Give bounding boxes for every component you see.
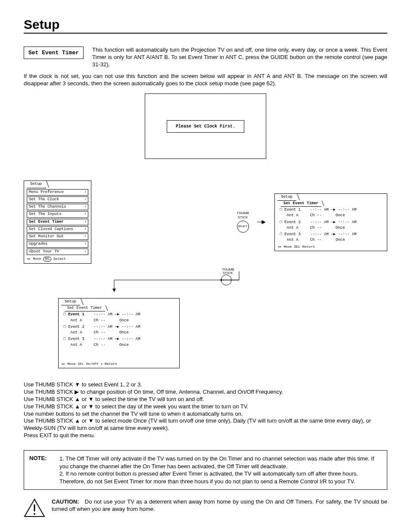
menu-item: About Your TV — [27, 249, 88, 255]
clock-message-text: Please Set Clock First. — [167, 120, 244, 133]
flow-connector: THUMB STICK — [24, 267, 387, 295]
menu-a-title: Setup — [27, 181, 46, 188]
menu-a-footer: ◂▸ Move SEL Select — [27, 257, 88, 261]
event-detail: Ant A Ch -- Once — [277, 226, 384, 230]
event-row: □ Event 2 --:-- AM —▶ --:-- AM — [277, 220, 384, 225]
note-label: NOTE: — [29, 455, 51, 485]
event-detail: Ant A Ch -- Once — [61, 330, 177, 335]
menu-c-footer: ◂▸ Move SEL On/Off ◂ Return — [61, 362, 177, 366]
svg-text:STICK: STICK — [223, 271, 233, 275]
instruction-line: Use THUMB STICK ▲ or ▼ to select the day… — [24, 403, 387, 411]
thumb-stick-right: THUMB STICK SELECT — [237, 211, 249, 233]
instruction-line: Press EXIT to quit the menu. — [24, 432, 387, 439]
note-box: NOTE: 1. The Off Timer will only activat… — [24, 450, 387, 490]
menu-b-footer: ◂▸ Move SEL Return — [277, 245, 384, 249]
page-title: Setup — [24, 17, 387, 34]
menu-item: Upgrades — [27, 241, 88, 247]
menu-b-subtitle: Set Event Timer — [281, 201, 321, 207]
caution-block: CAUTION: Do not use your TV as a deterre… — [24, 498, 387, 519]
event-detail: Ant A Ch -- Once — [277, 213, 384, 218]
menu-item: Set Closed Captions — [27, 226, 88, 233]
menu-item: Menu Preference — [27, 189, 88, 196]
caution-label: CAUTION: — [52, 498, 79, 505]
caution-text: Do not use your TV as a deterrent when a… — [52, 498, 387, 512]
event-row: □ Event 1 --:-- AM —▶ --:-- AM — [61, 312, 177, 317]
section-label-box: Set Event Timer — [24, 47, 84, 59]
warning-triangle-icon — [24, 498, 45, 519]
event-timer-menu-selected: Setup Set Event Timer □ Event 1 --:-- AM… — [58, 298, 180, 368]
event-detail: Ant A Ch -- Once — [61, 343, 177, 348]
event-row: □ Event 2 --:-- AM —▶ --:-- AM — [61, 325, 177, 330]
instruction-line: Use number buttons to set the channel th… — [24, 411, 387, 418]
menu-item: Set The Clock — [27, 196, 88, 203]
instruction-line: Use THUMB STICK ▲ or ▼ to select the tim… — [24, 396, 387, 403]
menu-item: Set Monitor Out — [27, 233, 88, 240]
menu-item: Set The Channels — [27, 204, 88, 210]
svg-marker-3 — [112, 289, 116, 292]
menu-b-title: Setup — [277, 194, 296, 201]
thumb-stick-icon: SELECT — [237, 221, 249, 233]
instruction-line: Use THUMB STICK ▼ to select Event 1, 2 o… — [24, 381, 387, 389]
note-item-2: 2. If no remote control button is presse… — [59, 470, 382, 485]
event-timer-menu: Setup Set Event Timer □ Event 1 --:-- AM… — [274, 193, 387, 251]
instruction-line: Use THUMB STICK ▶ to change position of … — [24, 389, 387, 396]
note-item-1: 1. The Off Timer will only activate if t… — [59, 455, 382, 470]
event-row: □ Event 1 --:-- AM —▶ --:-- AM — [277, 208, 384, 212]
menu-diagram: Setup Menu PreferenceSet The ClockSet Th… — [24, 180, 387, 368]
clock-message-screen: Please Set Clock First. — [145, 93, 266, 159]
event-detail: Ant A Ch -- Once — [61, 318, 177, 323]
event-row: □ Event 3 --:-- AM —▶ --:-- AM — [61, 337, 177, 342]
intro-text: This function will automatically turn th… — [92, 47, 387, 68]
menu-item: Set The Inputs — [27, 211, 88, 218]
arrow-right-icon: ─▶ — [258, 218, 266, 227]
instructions-block: Use THUMB STICK ▼ to select Event 1, 2 o… — [24, 381, 387, 439]
instruction-line: Use THUMB STICK ▲ or ▼ to select mode On… — [24, 417, 387, 432]
menu-c-subtitle: Set Event Timer — [65, 305, 105, 311]
clock-warning-paragraph: If the clock is not set, you can not use… — [24, 73, 387, 87]
svg-point-11 — [34, 513, 35, 515]
event-row: □ Event 3 --:-- AM —▶ --:-- AM — [277, 232, 384, 237]
menu-item: Set Event Timer — [27, 219, 88, 225]
setup-menu-list: Setup Menu PreferenceSet The ClockSet Th… — [24, 180, 91, 263]
event-detail: Ant A Ch -- Once — [277, 238, 384, 243]
menu-c-title: Setup — [61, 299, 80, 305]
